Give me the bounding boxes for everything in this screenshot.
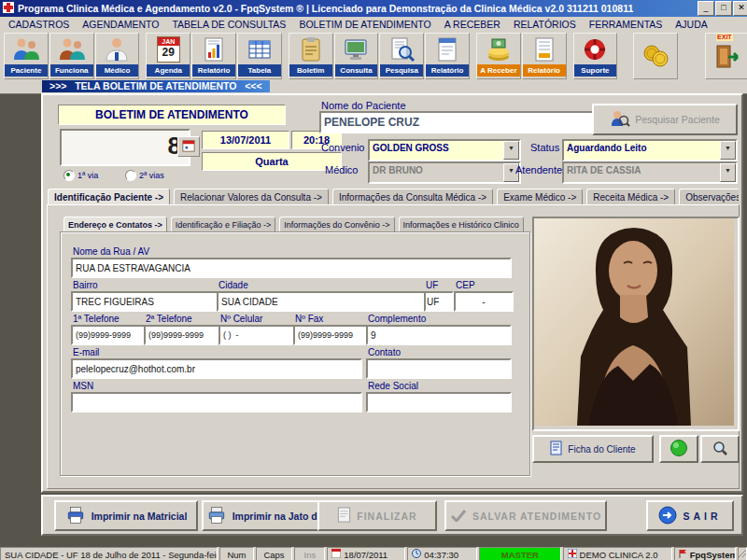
menu-a-receber[interactable]: A RECEBER <box>438 18 507 31</box>
rua-input[interactable] <box>71 258 512 278</box>
status-user: MASTER <box>479 547 560 560</box>
toolbar-a-receber-button[interactable]: A Receber <box>476 33 521 79</box>
titlebar: Programa Clinica Médica e Agendamento v2… <box>0 0 747 17</box>
patient-name-input[interactable] <box>319 111 594 133</box>
tel2-input[interactable] <box>144 325 224 345</box>
calendar-picker-button[interactable] <box>177 136 200 157</box>
tab-receita-medica[interactable]: Receita Médica -> <box>586 189 675 205</box>
tab-identificacao-paciente[interactable]: Identificação Paciente -> <box>48 189 170 205</box>
menu-relatorios[interactable]: RELATÓRIOS <box>507 18 583 31</box>
toolbar-relatorio-agenda-button[interactable]: Relatório <box>191 33 236 79</box>
toolbar-relatorio-consulta-button[interactable]: Relatório <box>425 33 470 79</box>
toolbar-funcionario-button[interactable]: Funciona <box>49 33 94 79</box>
imprimir-matricial-button[interactable]: Imprimir na Matricial <box>54 500 198 531</box>
exit-sign-label: EXIT <box>716 34 733 41</box>
tab-relacionar-valores[interactable]: Relacionar Valores da Consulta -> <box>174 189 329 205</box>
sair-button[interactable]: SAIR <box>646 500 734 531</box>
tel1-input[interactable] <box>71 325 151 345</box>
toolbar-coins-button[interactable] <box>633 33 678 79</box>
patient-photo <box>532 217 740 431</box>
menu-agendamento[interactable]: AGENDAMENTO <box>76 18 165 31</box>
tab-observacoes-gerais[interactable]: Observações Gerais <box>679 189 739 205</box>
pesquisar-paciente-button[interactable]: Pesquisar Paciente <box>592 104 738 135</box>
toolbar-button-label: Paciente <box>5 64 48 77</box>
medico-select[interactable]: DR BRUNO ▼ <box>368 161 521 184</box>
menu-tabela-de-consultas[interactable]: TABELA DE CONSULTAS <box>165 18 292 31</box>
zoom-photo-button[interactable] <box>700 435 740 463</box>
coins-icon <box>641 35 670 77</box>
magnifier-icon <box>712 440 728 458</box>
rede-social-label: Rede Social <box>368 381 418 391</box>
toolbar-medico-button[interactable]: Médico <box>95 33 140 79</box>
nome-paciente-label: Nome do Paciente <box>321 100 406 111</box>
tab-informacoes-convenio[interactable]: Informações do Convênio -> <box>279 217 394 232</box>
chevron-down-icon[interactable]: ▼ <box>503 141 519 160</box>
support-icon <box>581 34 609 64</box>
menu-ferramentas[interactable]: FERRAMENTAS <box>583 18 669 31</box>
boletim-weekday: Quarta <box>202 152 342 171</box>
toolbar-exit-button[interactable]: EXIT <box>705 33 747 79</box>
rua-label: Nome da Rua / AV <box>73 246 149 257</box>
atendente-select[interactable]: RITA DE CASSIA ▼ <box>562 161 738 184</box>
imprimir-matricial-label: Imprimir na Matricial <box>92 511 188 522</box>
toolbar-boletim-button[interactable]: Boletim <box>289 33 333 79</box>
toolbar-button-label: Funciona <box>50 64 93 77</box>
status-select[interactable]: Aguardando Leito ▼ <box>562 139 738 161</box>
boletim-panel: BOLETIM DE ATENDIMENTO 8 13/07/2011 20:1… <box>41 93 743 493</box>
cep-input[interactable] <box>454 291 514 312</box>
fax-input[interactable] <box>293 325 374 345</box>
fax-label: Nº Fax <box>295 314 323 324</box>
inner-tabstrip: Endereço e Contatos -> Identificação e F… <box>63 217 530 232</box>
msn-input[interactable] <box>71 392 362 413</box>
ficha-do-cliente-button[interactable]: Ficha do Cliente <box>532 435 654 463</box>
convenio-select[interactable]: GOLDEN GROSS ▼ <box>368 139 521 161</box>
status-brand: FpqSystem <box>674 547 736 560</box>
toolbar-tabela-button[interactable]: Tabela <box>237 33 282 79</box>
patients-icon <box>12 34 40 64</box>
toolbar-button-label: Agenda <box>147 64 190 77</box>
status-num: Num <box>219 547 253 560</box>
menu-ajuda[interactable]: AJUDA <box>669 18 713 31</box>
menu-cadastros[interactable]: CADASTROS <box>2 18 76 31</box>
tab-historico-clinico[interactable]: Informações e Histórico Clinico <box>399 217 524 232</box>
via2-radio[interactable]: 2ª vias <box>125 170 164 181</box>
toolbar-consulta-button[interactable]: Consulta <box>334 33 379 79</box>
menu-boletim-de-atendimento[interactable]: BOLETIM DE ATENDIMENTO <box>292 18 437 31</box>
chevron-down-icon[interactable]: ▼ <box>720 141 736 160</box>
uf-input[interactable] <box>424 291 454 312</box>
status-clinic: DEMO CLINICA 2.0 <box>563 547 672 560</box>
uf-label: UF <box>426 280 438 290</box>
footer-bar: Imprimir na Matricial Imprimir na Jato d… <box>41 495 743 536</box>
refresh-photo-button[interactable] <box>659 435 698 463</box>
tab-endereco-contatos[interactable]: Endereço e Contatos -> <box>63 217 167 232</box>
finalize-document-icon <box>337 507 351 525</box>
minimize-button[interactable]: _ <box>698 1 714 16</box>
toolbar-agenda-button[interactable]: JAN29 Agenda <box>146 33 190 79</box>
maximize-button[interactable]: □ <box>715 1 732 16</box>
tab-identificacao-filiacao[interactable]: Identificação e Filiação -> <box>171 217 275 232</box>
toolbar-relatorio-receber-button[interactable]: Relatório <box>522 33 567 79</box>
status-caps: Caps <box>256 547 293 560</box>
status-date-text: 18/07/2011 <box>344 550 388 560</box>
pesquisar-paciente-label: Pesquisar Paciente <box>635 114 719 125</box>
chevron-down-icon[interactable]: ▼ <box>720 163 736 182</box>
rede-social-input[interactable] <box>366 392 512 413</box>
email-input[interactable] <box>71 358 362 379</box>
celular-input[interactable] <box>218 325 299 345</box>
cidade-input[interactable] <box>217 291 428 312</box>
finalizar-button[interactable]: FINALIZAR <box>317 500 437 531</box>
via1-radio[interactable]: 1ª via <box>63 170 98 181</box>
contato-input[interactable] <box>366 358 512 379</box>
tab-exame-medico[interactable]: Exame Médico -> <box>497 189 583 205</box>
toolbar-pesquisa-button[interactable]: Pesquisa <box>379 33 424 79</box>
salvar-atendimento-button[interactable]: SALVAR ATENDIMENTO <box>444 500 607 531</box>
bairro-input[interactable] <box>71 291 220 312</box>
close-button[interactable]: ✕ <box>733 1 747 16</box>
calendar-day-label: 29 <box>158 46 179 60</box>
tab-informacoes-consulta[interactable]: Informações da Consulta Médica -> <box>332 189 493 205</box>
status-time: 04:37:30 <box>407 547 477 560</box>
complemento-input[interactable] <box>366 325 512 345</box>
toolbar-suporte-button[interactable]: Suporte <box>573 33 618 79</box>
screen-banner: >>> TELA BOLETIM DE ATENDIMENTO <<< <box>42 80 270 92</box>
toolbar-paciente-button[interactable]: Paciente <box>4 33 49 79</box>
